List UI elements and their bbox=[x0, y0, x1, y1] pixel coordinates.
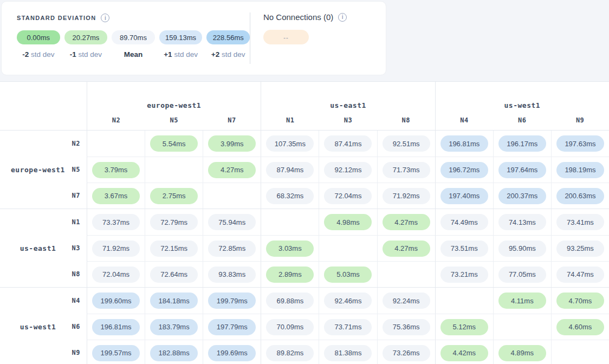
latency-pill[interactable]: 4.60ms bbox=[556, 319, 604, 335]
latency-cell[interactable]: 72.85ms bbox=[203, 235, 261, 261]
latency-cell[interactable]: 71.73ms bbox=[377, 157, 435, 183]
latency-pill[interactable]: 200.63ms bbox=[556, 188, 604, 204]
latency-pill[interactable]: 72.04ms bbox=[324, 188, 372, 204]
latency-cell[interactable]: 92.12ms bbox=[319, 157, 377, 183]
latency-pill[interactable]: 73.21ms bbox=[440, 266, 488, 283]
latency-pill[interactable]: 107.35ms bbox=[266, 135, 314, 152]
latency-pill[interactable]: 3.99ms bbox=[208, 135, 256, 152]
latency-pill[interactable]: 197.64ms bbox=[498, 162, 546, 178]
latency-cell[interactable]: 92.46ms bbox=[319, 288, 377, 314]
latency-pill[interactable]: 93.25ms bbox=[556, 240, 604, 257]
latency-cell[interactable]: 182.88ms bbox=[145, 340, 203, 364]
latency-pill[interactable]: 196.17ms bbox=[498, 135, 546, 152]
latency-pill[interactable]: 73.41ms bbox=[556, 214, 604, 230]
latency-cell[interactable]: 69.88ms bbox=[261, 288, 319, 314]
latency-pill[interactable]: 92.46ms bbox=[324, 292, 372, 309]
latency-cell[interactable]: 4.89ms bbox=[493, 340, 551, 364]
latency-cell[interactable]: 200.37ms bbox=[493, 183, 551, 209]
latency-pill[interactable]: 3.03ms bbox=[266, 240, 314, 257]
latency-pill[interactable]: 71.92ms bbox=[92, 240, 140, 257]
latency-cell[interactable]: 73.21ms bbox=[435, 261, 493, 287]
latency-cell[interactable]: 199.79ms bbox=[203, 288, 261, 314]
latency-pill[interactable]: 69.88ms bbox=[266, 292, 314, 309]
latency-cell[interactable]: 199.69ms bbox=[203, 340, 261, 364]
latency-cell[interactable]: 197.64ms bbox=[493, 157, 551, 183]
latency-pill[interactable]: 199.79ms bbox=[208, 292, 256, 309]
latency-pill[interactable]: 196.81ms bbox=[440, 135, 488, 152]
latency-pill[interactable]: 70.09ms bbox=[266, 319, 314, 335]
latency-cell[interactable]: 4.42ms bbox=[435, 340, 493, 364]
latency-cell[interactable]: 70.09ms bbox=[261, 314, 319, 340]
latency-cell[interactable]: 73.26ms bbox=[377, 340, 435, 364]
latency-cell[interactable]: 81.38ms bbox=[319, 340, 377, 364]
latency-pill[interactable]: 3.67ms bbox=[92, 188, 140, 204]
latency-cell[interactable]: 3.79ms bbox=[87, 157, 145, 183]
latency-pill[interactable]: 72.85ms bbox=[208, 240, 256, 257]
latency-pill[interactable]: 196.81ms bbox=[92, 319, 140, 335]
latency-pill[interactable]: 87.94ms bbox=[266, 162, 314, 178]
latency-cell[interactable]: 3.99ms bbox=[203, 131, 261, 157]
latency-cell[interactable]: 73.37ms bbox=[87, 209, 145, 235]
latency-pill[interactable]: 92.12ms bbox=[324, 162, 372, 178]
latency-pill[interactable]: 4.98ms bbox=[324, 214, 372, 230]
latency-cell[interactable]: 107.35ms bbox=[261, 131, 319, 157]
latency-pill[interactable]: 73.26ms bbox=[383, 345, 430, 361]
latency-pill[interactable]: 4.27ms bbox=[383, 214, 430, 230]
latency-pill[interactable]: 4.27ms bbox=[383, 240, 430, 257]
latency-cell[interactable]: 73.51ms bbox=[435, 235, 493, 261]
latency-pill[interactable]: 197.40ms bbox=[440, 188, 488, 204]
latency-cell[interactable]: 4.70ms bbox=[551, 288, 609, 314]
latency-pill[interactable]: 74.49ms bbox=[440, 214, 488, 230]
latency-cell[interactable]: 92.51ms bbox=[377, 131, 435, 157]
latency-cell[interactable]: 5.12ms bbox=[435, 314, 493, 340]
latency-cell[interactable]: 3.03ms bbox=[261, 235, 319, 261]
latency-cell[interactable]: 200.63ms bbox=[551, 183, 609, 209]
latency-pill[interactable]: 5.03ms bbox=[324, 266, 372, 283]
latency-pill[interactable]: 73.51ms bbox=[440, 240, 488, 257]
latency-cell[interactable]: 4.60ms bbox=[551, 314, 609, 340]
latency-cell[interactable]: 2.89ms bbox=[261, 261, 319, 287]
latency-cell[interactable]: 75.36ms bbox=[377, 314, 435, 340]
info-icon[interactable]: i bbox=[101, 14, 109, 22]
latency-pill[interactable]: 198.19ms bbox=[556, 162, 604, 178]
latency-pill[interactable]: 93.83ms bbox=[208, 266, 256, 283]
latency-pill[interactable]: 197.63ms bbox=[556, 135, 604, 152]
latency-cell[interactable]: 196.81ms bbox=[87, 314, 145, 340]
latency-pill[interactable]: 184.18ms bbox=[150, 292, 198, 309]
latency-pill[interactable]: 92.24ms bbox=[383, 292, 430, 309]
latency-cell[interactable]: 4.98ms bbox=[319, 209, 377, 235]
latency-cell[interactable]: 196.72ms bbox=[435, 157, 493, 183]
latency-cell[interactable]: 74.13ms bbox=[493, 209, 551, 235]
latency-pill[interactable]: 72.15ms bbox=[150, 240, 198, 257]
latency-cell[interactable]: 199.57ms bbox=[87, 340, 145, 364]
latency-pill[interactable]: 2.75ms bbox=[150, 188, 198, 204]
latency-cell[interactable]: 71.92ms bbox=[87, 235, 145, 261]
latency-cell[interactable]: 3.67ms bbox=[87, 183, 145, 209]
latency-pill[interactable]: 87.41ms bbox=[324, 135, 372, 152]
latency-pill[interactable]: 4.27ms bbox=[208, 162, 256, 178]
latency-pill[interactable]: 71.92ms bbox=[383, 188, 430, 204]
latency-pill[interactable]: 4.42ms bbox=[440, 345, 488, 361]
latency-pill[interactable]: 197.79ms bbox=[208, 319, 256, 335]
latency-pill[interactable]: 81.38ms bbox=[324, 345, 372, 361]
latency-pill[interactable]: 199.57ms bbox=[92, 345, 140, 361]
latency-cell[interactable]: 71.92ms bbox=[377, 183, 435, 209]
latency-cell[interactable]: 87.94ms bbox=[261, 157, 319, 183]
latency-pill[interactable]: 200.37ms bbox=[498, 188, 546, 204]
latency-pill[interactable]: 196.72ms bbox=[440, 162, 488, 178]
latency-cell[interactable]: 75.94ms bbox=[203, 209, 261, 235]
latency-cell[interactable]: 89.82ms bbox=[261, 340, 319, 364]
latency-pill[interactable]: 68.32ms bbox=[266, 188, 314, 204]
latency-pill[interactable]: 183.79ms bbox=[150, 319, 198, 335]
latency-cell[interactable]: 68.32ms bbox=[261, 183, 319, 209]
latency-cell[interactable]: 4.27ms bbox=[377, 235, 435, 261]
latency-cell[interactable]: 72.04ms bbox=[319, 183, 377, 209]
latency-cell[interactable]: 93.25ms bbox=[551, 235, 609, 261]
latency-pill[interactable]: 77.05ms bbox=[498, 266, 546, 283]
latency-cell[interactable]: 197.79ms bbox=[203, 314, 261, 340]
latency-cell[interactable]: 196.17ms bbox=[493, 131, 551, 157]
latency-pill[interactable]: 74.13ms bbox=[498, 214, 546, 230]
latency-pill[interactable]: 74.47ms bbox=[556, 266, 604, 283]
latency-pill[interactable]: 75.94ms bbox=[208, 214, 256, 230]
latency-cell[interactable]: 72.15ms bbox=[145, 235, 203, 261]
